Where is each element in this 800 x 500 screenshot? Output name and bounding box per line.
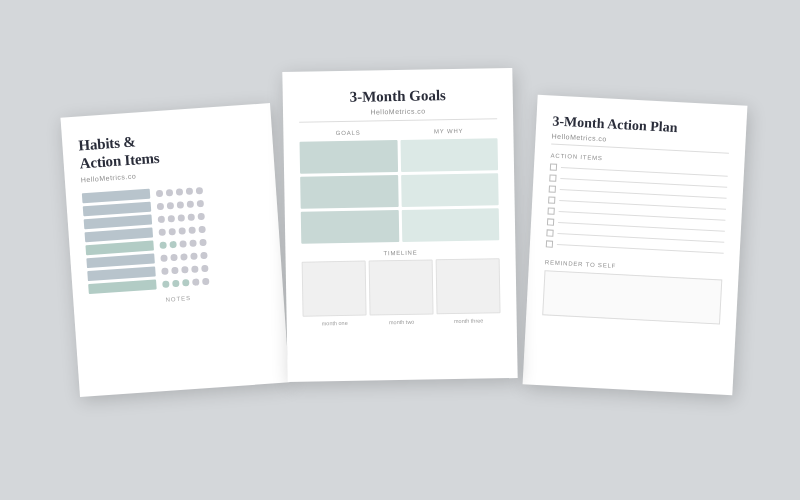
month-three-label: month three — [437, 317, 501, 324]
habit-dots — [156, 186, 203, 196]
dot — [166, 189, 173, 196]
dot — [161, 267, 168, 274]
goals-title: 3-Month Goals — [299, 86, 497, 106]
timeline-bars — [302, 258, 501, 316]
dot — [180, 253, 187, 260]
habit-bar — [88, 279, 157, 294]
habit-dots — [160, 251, 207, 261]
dot — [167, 201, 174, 208]
habit-bar — [82, 189, 151, 204]
reminder-box — [542, 270, 722, 324]
dot — [189, 239, 196, 246]
month-one-label: month one — [303, 320, 367, 327]
dot — [202, 277, 209, 284]
document-scene: Habits &Action Items HelloMetrics.co — [50, 30, 750, 470]
timeline-label: TIMELINE — [301, 248, 499, 257]
checkbox — [549, 174, 556, 181]
goals-brand: HelloMetrics.co — [299, 106, 497, 122]
month-two-bar — [369, 259, 434, 315]
dot — [196, 186, 203, 193]
notes-label: NOTES — [89, 290, 267, 308]
dot — [178, 214, 185, 221]
dot — [168, 214, 175, 221]
reminder-section: REMINDER TO SELF — [542, 259, 723, 324]
timeline-section: TIMELINE month one month two month three — [301, 248, 500, 326]
goal-box — [300, 175, 398, 209]
month-one-bar — [302, 261, 367, 317]
dot — [187, 213, 194, 220]
checkbox — [546, 240, 553, 247]
action-line — [557, 244, 724, 254]
dot — [157, 202, 164, 209]
goals-col-label: GOALS — [299, 129, 397, 137]
dot — [169, 240, 176, 247]
mywhy-box — [401, 208, 499, 242]
dot — [162, 280, 169, 287]
action-line — [561, 167, 728, 177]
dot — [197, 199, 204, 206]
habit-dots — [157, 199, 204, 209]
dot — [198, 225, 205, 232]
dot — [170, 253, 177, 260]
month-three-bar — [436, 258, 501, 314]
dot — [158, 228, 165, 235]
month-two-label: month two — [370, 318, 434, 325]
dot — [171, 266, 178, 273]
dot — [182, 279, 189, 286]
dot — [200, 251, 207, 258]
dot — [179, 240, 186, 247]
dot — [156, 189, 163, 196]
action-line — [560, 178, 727, 188]
dot — [178, 227, 185, 234]
goals-grid — [300, 138, 500, 243]
goal-box — [301, 210, 399, 244]
checkbox — [549, 185, 556, 192]
dot — [172, 279, 179, 286]
dot — [186, 187, 193, 194]
action-line — [557, 233, 724, 243]
dot — [176, 188, 183, 195]
habit-dots — [162, 277, 209, 287]
habit-bar — [85, 240, 154, 255]
dot — [177, 201, 184, 208]
habit-dots — [158, 225, 205, 235]
action-line — [558, 222, 725, 232]
dot — [188, 226, 195, 233]
action-line — [559, 200, 726, 210]
checkbox — [547, 218, 554, 225]
dot — [159, 241, 166, 248]
dot — [187, 200, 194, 207]
action-plan-card: 3-Month Action Plan HelloMetrics.co ACTI… — [523, 95, 748, 396]
habit-dots — [159, 238, 206, 248]
habit-bar — [85, 228, 154, 243]
timeline-months: month one month two month three — [303, 317, 501, 326]
goal-box — [300, 140, 398, 174]
habits-card: Habits &Action Items HelloMetrics.co — [60, 103, 289, 397]
dot — [190, 252, 197, 259]
dot — [168, 227, 175, 234]
checkbox — [547, 207, 554, 214]
mywhy-box — [400, 138, 498, 172]
checkbox — [546, 229, 553, 236]
checkbox — [548, 196, 555, 203]
habit-bar — [86, 253, 155, 268]
action-line — [560, 189, 727, 199]
dot — [192, 278, 199, 285]
dot — [158, 215, 165, 222]
habit-bar — [84, 215, 153, 230]
dot — [181, 266, 188, 273]
habit-bar — [87, 266, 156, 281]
dot — [201, 264, 208, 271]
dot — [197, 212, 204, 219]
mywhy-col-label: MY WHY — [400, 127, 498, 135]
dot — [191, 265, 198, 272]
habit-dots — [161, 264, 208, 274]
dot — [199, 238, 206, 245]
action-line — [559, 211, 726, 221]
habit-dots — [158, 212, 205, 222]
goals-card: 3-Month Goals HelloMetrics.co GOALS MY W… — [282, 68, 517, 382]
checkbox — [550, 163, 557, 170]
habit-bar — [83, 202, 152, 217]
mywhy-box — [401, 173, 499, 207]
dot — [160, 254, 167, 261]
